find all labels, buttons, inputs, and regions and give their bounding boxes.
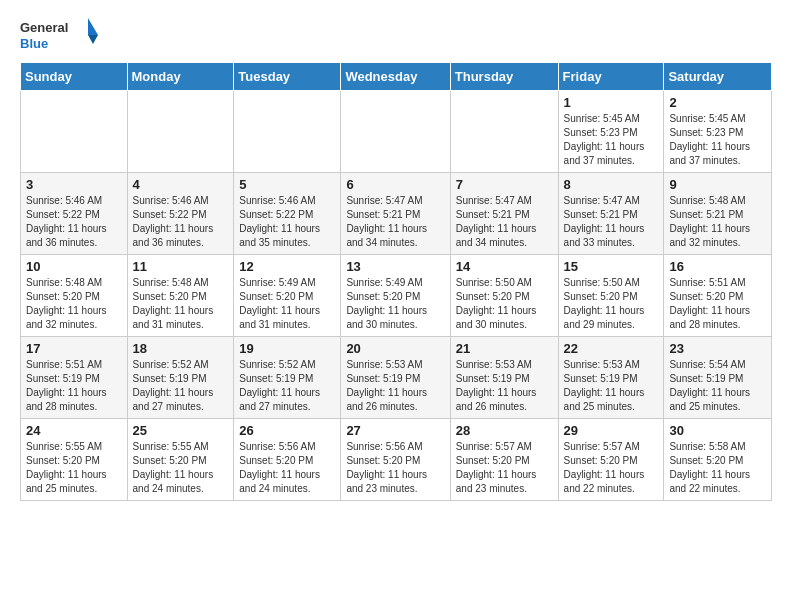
day-number: 16 bbox=[669, 259, 766, 274]
day-info: Sunrise: 5:46 AM Sunset: 5:22 PM Dayligh… bbox=[26, 194, 122, 250]
day-number: 17 bbox=[26, 341, 122, 356]
day-number: 1 bbox=[564, 95, 659, 110]
calendar-cell: 15Sunrise: 5:50 AM Sunset: 5:20 PM Dayli… bbox=[558, 255, 664, 337]
header: General Blue bbox=[20, 16, 772, 54]
calendar-cell: 20Sunrise: 5:53 AM Sunset: 5:19 PM Dayli… bbox=[341, 337, 450, 419]
calendar-cell: 4Sunrise: 5:46 AM Sunset: 5:22 PM Daylig… bbox=[127, 173, 234, 255]
day-number: 27 bbox=[346, 423, 444, 438]
svg-marker-3 bbox=[88, 35, 98, 44]
day-info: Sunrise: 5:47 AM Sunset: 5:21 PM Dayligh… bbox=[456, 194, 553, 250]
day-info: Sunrise: 5:51 AM Sunset: 5:20 PM Dayligh… bbox=[669, 276, 766, 332]
day-info: Sunrise: 5:47 AM Sunset: 5:21 PM Dayligh… bbox=[564, 194, 659, 250]
day-info: Sunrise: 5:48 AM Sunset: 5:21 PM Dayligh… bbox=[669, 194, 766, 250]
day-number: 9 bbox=[669, 177, 766, 192]
week-row-4: 17Sunrise: 5:51 AM Sunset: 5:19 PM Dayli… bbox=[21, 337, 772, 419]
calendar-header-row: SundayMondayTuesdayWednesdayThursdayFrid… bbox=[21, 63, 772, 91]
day-number: 7 bbox=[456, 177, 553, 192]
day-number: 4 bbox=[133, 177, 229, 192]
day-number: 8 bbox=[564, 177, 659, 192]
day-number: 13 bbox=[346, 259, 444, 274]
day-info: Sunrise: 5:55 AM Sunset: 5:20 PM Dayligh… bbox=[133, 440, 229, 496]
logo-svg: General Blue bbox=[20, 16, 100, 54]
calendar-cell: 13Sunrise: 5:49 AM Sunset: 5:20 PM Dayli… bbox=[341, 255, 450, 337]
calendar-cell: 18Sunrise: 5:52 AM Sunset: 5:19 PM Dayli… bbox=[127, 337, 234, 419]
calendar-cell: 21Sunrise: 5:53 AM Sunset: 5:19 PM Dayli… bbox=[450, 337, 558, 419]
week-row-5: 24Sunrise: 5:55 AM Sunset: 5:20 PM Dayli… bbox=[21, 419, 772, 501]
day-info: Sunrise: 5:56 AM Sunset: 5:20 PM Dayligh… bbox=[346, 440, 444, 496]
calendar-cell: 12Sunrise: 5:49 AM Sunset: 5:20 PM Dayli… bbox=[234, 255, 341, 337]
day-info: Sunrise: 5:49 AM Sunset: 5:20 PM Dayligh… bbox=[346, 276, 444, 332]
svg-marker-2 bbox=[88, 18, 98, 35]
calendar-cell: 2Sunrise: 5:45 AM Sunset: 5:23 PM Daylig… bbox=[664, 91, 772, 173]
calendar-cell: 11Sunrise: 5:48 AM Sunset: 5:20 PM Dayli… bbox=[127, 255, 234, 337]
svg-text:Blue: Blue bbox=[20, 36, 48, 51]
day-info: Sunrise: 5:57 AM Sunset: 5:20 PM Dayligh… bbox=[456, 440, 553, 496]
calendar-cell bbox=[127, 91, 234, 173]
day-number: 2 bbox=[669, 95, 766, 110]
day-info: Sunrise: 5:46 AM Sunset: 5:22 PM Dayligh… bbox=[133, 194, 229, 250]
day-number: 20 bbox=[346, 341, 444, 356]
calendar-cell: 1Sunrise: 5:45 AM Sunset: 5:23 PM Daylig… bbox=[558, 91, 664, 173]
day-number: 21 bbox=[456, 341, 553, 356]
calendar-cell: 14Sunrise: 5:50 AM Sunset: 5:20 PM Dayli… bbox=[450, 255, 558, 337]
weekday-header-friday: Friday bbox=[558, 63, 664, 91]
day-info: Sunrise: 5:55 AM Sunset: 5:20 PM Dayligh… bbox=[26, 440, 122, 496]
day-number: 24 bbox=[26, 423, 122, 438]
day-number: 29 bbox=[564, 423, 659, 438]
calendar-cell: 24Sunrise: 5:55 AM Sunset: 5:20 PM Dayli… bbox=[21, 419, 128, 501]
week-row-3: 10Sunrise: 5:48 AM Sunset: 5:20 PM Dayli… bbox=[21, 255, 772, 337]
day-number: 14 bbox=[456, 259, 553, 274]
calendar-cell: 27Sunrise: 5:56 AM Sunset: 5:20 PM Dayli… bbox=[341, 419, 450, 501]
calendar-cell bbox=[341, 91, 450, 173]
day-number: 3 bbox=[26, 177, 122, 192]
day-info: Sunrise: 5:50 AM Sunset: 5:20 PM Dayligh… bbox=[456, 276, 553, 332]
day-number: 28 bbox=[456, 423, 553, 438]
calendar-cell: 19Sunrise: 5:52 AM Sunset: 5:19 PM Dayli… bbox=[234, 337, 341, 419]
day-info: Sunrise: 5:48 AM Sunset: 5:20 PM Dayligh… bbox=[133, 276, 229, 332]
calendar-cell: 8Sunrise: 5:47 AM Sunset: 5:21 PM Daylig… bbox=[558, 173, 664, 255]
calendar-cell bbox=[234, 91, 341, 173]
calendar-cell: 6Sunrise: 5:47 AM Sunset: 5:21 PM Daylig… bbox=[341, 173, 450, 255]
day-number: 15 bbox=[564, 259, 659, 274]
day-info: Sunrise: 5:48 AM Sunset: 5:20 PM Dayligh… bbox=[26, 276, 122, 332]
day-number: 23 bbox=[669, 341, 766, 356]
day-number: 12 bbox=[239, 259, 335, 274]
day-number: 19 bbox=[239, 341, 335, 356]
day-info: Sunrise: 5:53 AM Sunset: 5:19 PM Dayligh… bbox=[456, 358, 553, 414]
day-number: 10 bbox=[26, 259, 122, 274]
calendar-cell: 25Sunrise: 5:55 AM Sunset: 5:20 PM Dayli… bbox=[127, 419, 234, 501]
calendar-cell: 26Sunrise: 5:56 AM Sunset: 5:20 PM Dayli… bbox=[234, 419, 341, 501]
calendar-cell bbox=[450, 91, 558, 173]
week-row-2: 3Sunrise: 5:46 AM Sunset: 5:22 PM Daylig… bbox=[21, 173, 772, 255]
calendar-cell: 16Sunrise: 5:51 AM Sunset: 5:20 PM Dayli… bbox=[664, 255, 772, 337]
day-info: Sunrise: 5:56 AM Sunset: 5:20 PM Dayligh… bbox=[239, 440, 335, 496]
calendar-cell: 10Sunrise: 5:48 AM Sunset: 5:20 PM Dayli… bbox=[21, 255, 128, 337]
day-info: Sunrise: 5:50 AM Sunset: 5:20 PM Dayligh… bbox=[564, 276, 659, 332]
calendar-cell: 7Sunrise: 5:47 AM Sunset: 5:21 PM Daylig… bbox=[450, 173, 558, 255]
day-number: 30 bbox=[669, 423, 766, 438]
calendar-cell bbox=[21, 91, 128, 173]
calendar-cell: 5Sunrise: 5:46 AM Sunset: 5:22 PM Daylig… bbox=[234, 173, 341, 255]
day-info: Sunrise: 5:53 AM Sunset: 5:19 PM Dayligh… bbox=[564, 358, 659, 414]
calendar-cell: 22Sunrise: 5:53 AM Sunset: 5:19 PM Dayli… bbox=[558, 337, 664, 419]
day-info: Sunrise: 5:47 AM Sunset: 5:21 PM Dayligh… bbox=[346, 194, 444, 250]
weekday-header-monday: Monday bbox=[127, 63, 234, 91]
calendar-cell: 23Sunrise: 5:54 AM Sunset: 5:19 PM Dayli… bbox=[664, 337, 772, 419]
day-number: 18 bbox=[133, 341, 229, 356]
day-number: 5 bbox=[239, 177, 335, 192]
day-number: 26 bbox=[239, 423, 335, 438]
day-info: Sunrise: 5:45 AM Sunset: 5:23 PM Dayligh… bbox=[564, 112, 659, 168]
calendar-cell: 29Sunrise: 5:57 AM Sunset: 5:20 PM Dayli… bbox=[558, 419, 664, 501]
day-info: Sunrise: 5:54 AM Sunset: 5:19 PM Dayligh… bbox=[669, 358, 766, 414]
day-info: Sunrise: 5:46 AM Sunset: 5:22 PM Dayligh… bbox=[239, 194, 335, 250]
weekday-header-saturday: Saturday bbox=[664, 63, 772, 91]
day-number: 6 bbox=[346, 177, 444, 192]
logo: General Blue bbox=[20, 16, 100, 54]
weekday-header-thursday: Thursday bbox=[450, 63, 558, 91]
day-info: Sunrise: 5:53 AM Sunset: 5:19 PM Dayligh… bbox=[346, 358, 444, 414]
day-info: Sunrise: 5:58 AM Sunset: 5:20 PM Dayligh… bbox=[669, 440, 766, 496]
calendar-cell: 30Sunrise: 5:58 AM Sunset: 5:20 PM Dayli… bbox=[664, 419, 772, 501]
svg-text:General: General bbox=[20, 20, 68, 35]
day-info: Sunrise: 5:52 AM Sunset: 5:19 PM Dayligh… bbox=[133, 358, 229, 414]
calendar: SundayMondayTuesdayWednesdayThursdayFrid… bbox=[20, 62, 772, 501]
